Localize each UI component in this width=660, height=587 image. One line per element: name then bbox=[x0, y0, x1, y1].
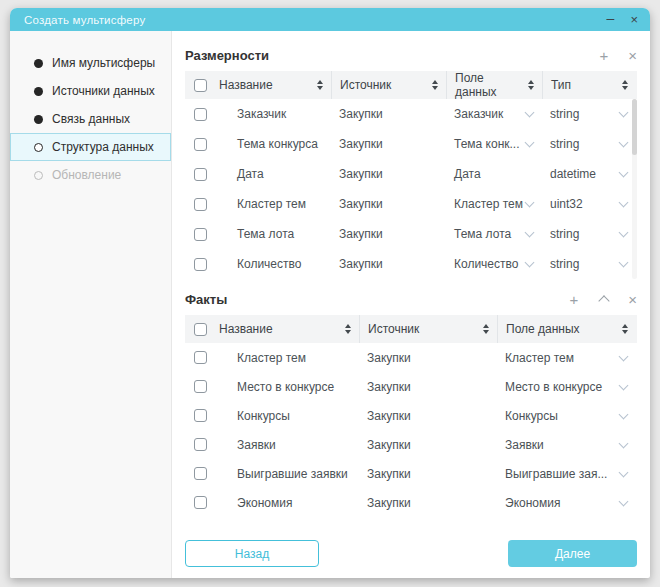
row-checkbox[interactable] bbox=[194, 108, 207, 121]
chevron-down-icon bbox=[525, 228, 535, 238]
chevron-down-icon bbox=[619, 258, 629, 268]
row-checkbox[interactable] bbox=[194, 380, 207, 393]
field-select[interactable]: Дата bbox=[446, 159, 542, 189]
step-active-bullet-icon bbox=[34, 143, 43, 152]
field-select[interactable]: Экономия bbox=[497, 488, 636, 517]
step-label: Имя мультисферы bbox=[52, 56, 155, 70]
cell-name: Кластер тем bbox=[215, 343, 359, 372]
sort-icon[interactable] bbox=[622, 80, 628, 90]
table-row: Тема лота Закупки Тема лота string bbox=[185, 219, 637, 249]
sidebar-item-data-structure[interactable]: Структура данных bbox=[10, 133, 171, 161]
chevron-down-icon bbox=[619, 228, 629, 238]
cell-source: Закупки bbox=[359, 430, 497, 459]
sort-icon[interactable] bbox=[622, 324, 628, 334]
column-header-field[interactable]: Поле данных bbox=[497, 315, 636, 343]
step-label: Источники данных bbox=[52, 84, 155, 98]
table-row: Кластер тем Закупки Кластер тем uint32 bbox=[185, 189, 637, 219]
back-button[interactable]: Назад bbox=[185, 540, 319, 567]
chevron-down-icon bbox=[619, 351, 629, 361]
vertical-scrollbar[interactable] bbox=[632, 99, 637, 279]
header-checkbox-cell bbox=[185, 71, 215, 99]
facts-title: Факты bbox=[185, 292, 549, 307]
next-button[interactable]: Далее bbox=[508, 540, 637, 567]
cell-name: Дата bbox=[215, 159, 331, 189]
sort-icon[interactable] bbox=[483, 324, 489, 334]
row-checkbox[interactable] bbox=[194, 168, 207, 181]
sort-icon[interactable] bbox=[317, 80, 323, 90]
cell-name: Конкурсы bbox=[215, 401, 359, 430]
column-header-name[interactable]: Название bbox=[215, 315, 359, 343]
field-select[interactable]: Тема лота bbox=[446, 219, 542, 249]
field-select[interactable]: Кластер тем bbox=[497, 343, 636, 372]
chevron-down-icon bbox=[525, 108, 535, 118]
type-select[interactable]: string bbox=[542, 219, 636, 249]
row-checkbox[interactable] bbox=[194, 258, 207, 271]
row-checkbox[interactable] bbox=[194, 228, 207, 241]
row-checkbox[interactable] bbox=[194, 138, 207, 151]
field-select[interactable]: Количество bbox=[446, 249, 542, 279]
field-select[interactable]: Конкурсы bbox=[497, 401, 636, 430]
chevron-down-icon bbox=[619, 380, 629, 390]
chevron-down-icon bbox=[525, 198, 535, 208]
field-select[interactable]: Тема конк... bbox=[446, 129, 542, 159]
column-header-source[interactable]: Источник bbox=[331, 71, 446, 99]
table-row: Заказчик Закупки Заказчик string bbox=[185, 99, 637, 129]
cell-name: Заказчик bbox=[215, 99, 331, 129]
cell-name: Тема лота bbox=[215, 219, 331, 249]
row-checkbox[interactable] bbox=[194, 198, 207, 211]
add-fact-icon[interactable]: + bbox=[569, 292, 578, 307]
add-dimension-icon[interactable]: + bbox=[599, 48, 608, 63]
sort-icon[interactable] bbox=[432, 80, 438, 90]
row-checkbox[interactable] bbox=[194, 438, 207, 451]
sort-icon[interactable] bbox=[528, 80, 534, 90]
cell-source: Закупки bbox=[331, 129, 446, 159]
chevron-down-icon bbox=[619, 409, 629, 419]
step-done-bullet-icon bbox=[34, 59, 43, 68]
remove-dimension-icon[interactable]: × bbox=[628, 48, 637, 63]
data-structure-panel: Размерности + × Название Источник bbox=[172, 31, 650, 578]
field-select[interactable]: Выигравшие зая... bbox=[497, 459, 636, 488]
type-select[interactable]: string bbox=[542, 249, 636, 279]
dimensions-section-header: Размерности + × bbox=[185, 43, 637, 67]
select-all-checkbox[interactable] bbox=[194, 79, 207, 92]
row-checkbox[interactable] bbox=[194, 409, 207, 422]
field-select[interactable]: Заказчик bbox=[446, 99, 542, 129]
create-multisphere-dialog: Создать мультисферу – × Имя мультисферы … bbox=[10, 8, 650, 578]
select-all-checkbox[interactable] bbox=[194, 323, 207, 336]
step-done-bullet-icon bbox=[34, 115, 43, 124]
field-select[interactable]: Кластер тем bbox=[446, 189, 542, 219]
collapse-section-icon[interactable] bbox=[599, 295, 610, 306]
cell-source: Закупки bbox=[359, 401, 497, 430]
field-select[interactable]: Заявки bbox=[497, 430, 636, 459]
minimize-button[interactable]: – bbox=[607, 11, 615, 25]
sidebar-item-data-link[interactable]: Связь данных bbox=[10, 105, 171, 133]
sidebar-item-multisphere-name[interactable]: Имя мультисферы bbox=[10, 49, 171, 77]
column-header-source[interactable]: Источник bbox=[359, 315, 497, 343]
facts-table-header: Название Источник Поле данных bbox=[185, 315, 637, 343]
type-select[interactable]: string bbox=[542, 129, 636, 159]
cell-name: Выигравшие заявки bbox=[215, 459, 359, 488]
table-row: Конкурсы Закупки Конкурсы bbox=[185, 401, 637, 430]
chevron-down-icon bbox=[619, 198, 629, 208]
column-header-name[interactable]: Название bbox=[215, 71, 331, 99]
close-button[interactable]: × bbox=[630, 13, 638, 26]
field-select[interactable]: Место в конкурсе bbox=[497, 372, 636, 401]
type-select[interactable]: uint32 bbox=[542, 189, 636, 219]
table-row: Количество Закупки Количество string bbox=[185, 249, 637, 279]
sort-icon[interactable] bbox=[345, 324, 351, 334]
row-checkbox[interactable] bbox=[194, 496, 207, 509]
scrollbar-thumb[interactable] bbox=[632, 99, 637, 155]
dimensions-table: Название Источник Поле данных Тип bbox=[185, 71, 637, 279]
chevron-down-icon bbox=[619, 108, 629, 118]
chevron-down-icon bbox=[619, 467, 629, 477]
row-checkbox[interactable] bbox=[194, 467, 207, 480]
sidebar-item-update: Обновление bbox=[10, 161, 171, 189]
type-select[interactable]: string bbox=[542, 99, 636, 129]
column-header-field[interactable]: Поле данных bbox=[446, 71, 542, 99]
sidebar-item-data-sources[interactable]: Источники данных bbox=[10, 77, 171, 105]
row-checkbox[interactable] bbox=[194, 351, 207, 364]
wizard-steps-sidebar: Имя мультисферы Источники данных Связь д… bbox=[10, 31, 172, 578]
column-header-type[interactable]: Тип bbox=[542, 71, 636, 99]
remove-fact-icon[interactable]: × bbox=[628, 292, 637, 307]
type-select[interactable]: datetime bbox=[542, 159, 636, 189]
